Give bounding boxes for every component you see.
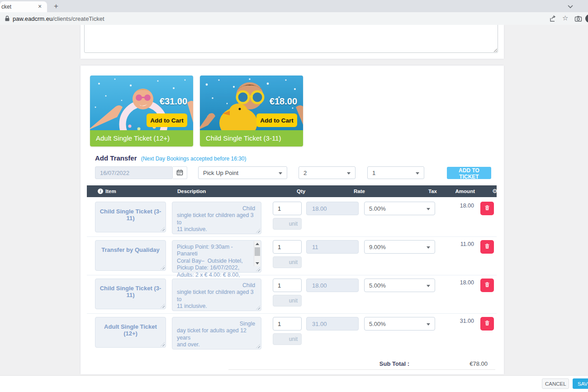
- item-field[interactable]: Adult Single Ticket (12+): [95, 317, 166, 348]
- child-product-title: Child Single Ticket (3-11): [200, 130, 303, 146]
- adult-add-to-cart-button[interactable]: Add to Cart: [147, 113, 187, 127]
- resize-handle[interactable]: [256, 344, 260, 348]
- delete-row-button[interactable]: [480, 317, 494, 331]
- browser-tab[interactable]: cket ×: [0, 1, 47, 12]
- cancel-button[interactable]: CANCEL: [542, 378, 569, 389]
- tax-value: 5.00%: [369, 321, 386, 327]
- chevron-down-icon: [427, 246, 430, 249]
- tax-value: 5.00%: [369, 205, 386, 212]
- url-bar[interactable]: paw.eadcrm.eu/clients/createTicket: [13, 15, 104, 22]
- share-icon[interactable]: [549, 15, 556, 23]
- item-field[interactable]: Child Single Ticket (3-11): [95, 202, 166, 232]
- lock-icon[interactable]: [4, 15, 11, 22]
- camera-icon[interactable]: [574, 15, 582, 23]
- tax-select[interactable]: 5.00%: [364, 279, 435, 292]
- bookmark-star-icon[interactable]: ☆: [562, 14, 568, 22]
- child-price: €18.00: [270, 96, 297, 107]
- qty-input[interactable]: [273, 240, 302, 254]
- close-tab-icon[interactable]: ×: [38, 3, 42, 10]
- chevron-down-icon: [427, 285, 430, 287]
- gear-icon[interactable]: ⚙: [492, 185, 498, 197]
- delete-row-button[interactable]: [480, 279, 494, 292]
- divider: [228, 369, 495, 370]
- tax-select[interactable]: 5.00%: [364, 317, 435, 331]
- description-head: Child: [177, 205, 256, 212]
- notes-textarea[interactable]: [84, 25, 498, 53]
- col-description: Description: [177, 185, 206, 197]
- scrollbar[interactable]: [254, 241, 261, 266]
- notes-card: [81, 25, 504, 59]
- amount-value: 11.00: [438, 241, 474, 247]
- resize-handle[interactable]: [256, 306, 260, 310]
- table-row: Adult Single Ticket (12+) Singleday tick…: [87, 313, 497, 352]
- add-to-ticket-button[interactable]: ADD TO TICKET: [447, 167, 491, 179]
- scroll-up-icon[interactable]: [256, 243, 259, 245]
- description-field[interactable]: Childsingle ticket for children aged 3 t…: [172, 279, 261, 311]
- col-tax: Tax: [428, 185, 437, 197]
- adults-select[interactable]: 2: [299, 166, 356, 179]
- description-field[interactable]: Childsingle ticket for children aged 3 t…: [172, 202, 261, 234]
- trash-icon: [484, 282, 490, 288]
- adult-price: €31.00: [160, 96, 187, 107]
- scrollbar-thumb[interactable]: [255, 247, 260, 256]
- resize-handle[interactable]: [256, 267, 260, 271]
- tab-title: cket: [1, 4, 11, 10]
- resize-handle[interactable]: [161, 227, 165, 231]
- trash-icon: [484, 320, 490, 326]
- description-field[interactable]: Pickup Point: 9:30am - Panareti Coral Ba…: [172, 240, 261, 273]
- table-row: Transfer by Qualiday Pickup Point: 9:30a…: [87, 236, 497, 275]
- save-button[interactable]: SAVE: [573, 378, 588, 389]
- calendar-button[interactable]: [173, 166, 187, 179]
- qty-input[interactable]: [273, 202, 302, 215]
- action-footer: CANCEL SAVE: [0, 375, 588, 392]
- browser-tab-strip: cket × +: [0, 0, 588, 12]
- chevron-down-icon: [347, 172, 351, 175]
- item-field[interactable]: Child Single Ticket (3-11): [95, 279, 166, 309]
- item-text: Adult Single Ticket (12+): [104, 323, 157, 337]
- amount-value: 31.00: [438, 318, 474, 324]
- pickup-point-select[interactable]: Pick Up Point: [198, 166, 287, 179]
- chevron-down-icon: [427, 323, 430, 326]
- delete-row-button[interactable]: [480, 240, 494, 254]
- add-transfer-heading: Add Transfer (Next Day Bookings accepted…: [95, 154, 247, 162]
- item-field[interactable]: Transfer by Qualiday: [95, 240, 166, 271]
- pickup-point-value: Pick Up Point: [203, 170, 238, 176]
- calendar-icon: [176, 169, 183, 176]
- col-amount: Amount: [451, 185, 475, 197]
- description-body: day ticket for adults aged 12 years and …: [177, 327, 248, 348]
- url-domain: paw.eadcrm.eu: [13, 15, 52, 22]
- item-text: Child Single Ticket (3-11): [100, 285, 161, 298]
- amount-value: 18.00: [438, 203, 474, 209]
- resize-handle[interactable]: [161, 265, 165, 269]
- browser-toolbar: paw.eadcrm.eu/clients/createTicket ☆: [0, 12, 588, 25]
- page-content: €31.00 Add to Cart Adult Single Ticket (…: [0, 25, 588, 392]
- tax-select[interactable]: 5.00%: [364, 202, 435, 215]
- chevron-down-icon: [416, 172, 419, 175]
- description-head: Child: [177, 282, 256, 289]
- resize-handle[interactable]: [161, 342, 165, 346]
- col-qty: Qty: [297, 185, 305, 197]
- qty-input[interactable]: [273, 279, 302, 292]
- unit-label: unit: [273, 333, 302, 345]
- tab-search-chevron-icon[interactable]: [567, 3, 574, 10]
- table-row: Child Single Ticket (3-11) Childsingle t…: [87, 198, 497, 237]
- resize-handle[interactable]: [256, 229, 260, 233]
- tax-select[interactable]: 9.00%: [364, 240, 435, 254]
- description-body: single ticket for children aged 3 to 11 …: [177, 212, 255, 232]
- url-path: /clients/createTicket: [52, 15, 104, 22]
- childs-select[interactable]: 1: [367, 166, 424, 179]
- ticket-card: €31.00 Add to Cart Adult Single Ticket (…: [81, 66, 504, 374]
- adults-value: 2: [303, 170, 307, 176]
- resize-handle[interactable]: [161, 304, 165, 308]
- delete-row-button[interactable]: [480, 202, 494, 215]
- transfer-date-input[interactable]: [95, 166, 173, 179]
- chevron-down-icon: [427, 208, 430, 210]
- col-item: Item: [105, 185, 116, 197]
- description-field[interactable]: Singleday ticket for adults aged 12 year…: [172, 317, 261, 349]
- profile-avatar[interactable]: [585, 14, 588, 23]
- scroll-down-icon[interactable]: [256, 262, 259, 264]
- unit-label: unit: [273, 218, 302, 230]
- child-add-to-cart-button[interactable]: Add to Cart: [256, 113, 297, 127]
- qty-input[interactable]: [273, 317, 302, 331]
- new-tab-button[interactable]: +: [51, 0, 62, 12]
